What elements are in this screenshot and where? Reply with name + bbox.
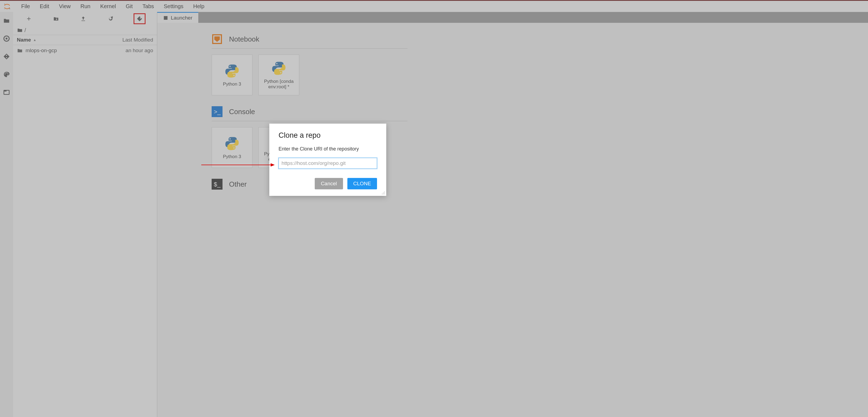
tabbar: Launcher	[157, 12, 868, 23]
running-icon[interactable]	[3, 35, 10, 42]
main-area: Launcher Notebook Python 3	[157, 12, 868, 417]
card-label: Python 3	[223, 81, 241, 87]
upload-icon[interactable]	[79, 14, 88, 23]
resize-grip-icon[interactable]	[381, 191, 385, 195]
svg-point-18	[382, 194, 382, 194]
sort-asc-icon: ▲	[33, 38, 36, 42]
file-list-header: Name ▲ Last Modified	[13, 35, 157, 45]
svg-point-13	[384, 192, 384, 192]
menubar: File Edit View Run Kernel Git Tabs Setti…	[0, 0, 868, 12]
card-label: Python [conda env:root] *	[261, 79, 297, 90]
svg-text:>_: >_	[214, 108, 221, 115]
clone-uri-input[interactable]	[279, 158, 377, 169]
menu-git[interactable]: Git	[121, 2, 137, 11]
svg-text:$_: $_	[214, 181, 221, 188]
terminal-icon: $_	[212, 179, 222, 189]
card-python3-notebook[interactable]: Python 3	[212, 55, 252, 95]
file-browser: / Name ▲ Last Modified mlops-on-gcp an h…	[13, 12, 157, 417]
section-title: Console	[229, 108, 255, 116]
col-name-label[interactable]: Name	[17, 37, 31, 43]
menu-file[interactable]: File	[16, 2, 35, 11]
tabs-icon[interactable]	[3, 89, 10, 96]
menu-edit[interactable]: Edit	[35, 2, 54, 11]
menu-settings[interactable]: Settings	[159, 2, 188, 11]
file-name: mlops-on-gcp	[26, 47, 57, 54]
svg-point-2	[4, 8, 5, 9]
card-conda-notebook[interactable]: Python [conda env:root] *	[258, 55, 299, 95]
console-icon: >_	[212, 106, 222, 117]
breadcrumb-root: /	[25, 27, 26, 33]
launcher: Notebook Python 3 Python [conda env:root…	[157, 23, 868, 417]
breadcrumb[interactable]: /	[13, 26, 157, 35]
svg-point-14	[384, 193, 384, 193]
git-icon[interactable]	[3, 53, 10, 60]
file-row[interactable]: mlops-on-gcp an hour ago	[13, 45, 157, 56]
menu-run[interactable]: Run	[75, 2, 95, 11]
svg-point-15	[384, 194, 384, 194]
section-title: Other	[229, 180, 247, 188]
new-launcher-icon[interactable]	[25, 14, 33, 23]
activity-bar	[0, 12, 13, 417]
cancel-button[interactable]: Cancel	[315, 178, 343, 189]
tab-label: Launcher	[171, 15, 192, 21]
card-python3-console[interactable]: Python 3	[212, 127, 252, 168]
dialog-title: Clone a repo	[279, 131, 377, 140]
dialog-subtitle: Enter the Clone URI of the repository	[279, 146, 377, 152]
folder-icon	[17, 47, 23, 54]
section-title: Notebook	[229, 35, 259, 43]
palette-icon[interactable]	[3, 71, 10, 78]
menu-tabs[interactable]: Tabs	[137, 2, 159, 11]
tab-launcher[interactable]: Launcher	[157, 12, 198, 23]
svg-rect-4	[6, 38, 8, 40]
section-notebook: Notebook Python 3 Python [conda env:root…	[212, 34, 868, 95]
folder-icon[interactable]	[3, 17, 10, 25]
clone-button[interactable]: CLONE	[347, 178, 377, 189]
notebook-icon	[212, 34, 222, 44]
card-label: Python 3	[223, 154, 241, 160]
svg-point-0	[4, 3, 5, 4]
menu-help[interactable]: Help	[188, 2, 209, 11]
svg-point-16	[383, 193, 383, 193]
svg-rect-6	[4, 90, 6, 91]
menu-view[interactable]: View	[54, 2, 75, 11]
svg-point-17	[383, 194, 383, 194]
clone-repo-dialog: Clone a repo Enter the Clone URI of the …	[269, 124, 386, 196]
menu-kernel[interactable]: Kernel	[95, 2, 121, 11]
file-modified: an hour ago	[126, 47, 153, 54]
new-folder-icon[interactable]	[52, 14, 60, 23]
col-modified-label[interactable]: Last Modified	[122, 37, 153, 43]
file-browser-toolbar	[13, 12, 157, 26]
refresh-icon[interactable]	[106, 14, 115, 23]
jupyter-logo-icon	[2, 2, 12, 11]
git-clone-icon[interactable]	[133, 13, 146, 24]
svg-point-1	[9, 8, 10, 9]
